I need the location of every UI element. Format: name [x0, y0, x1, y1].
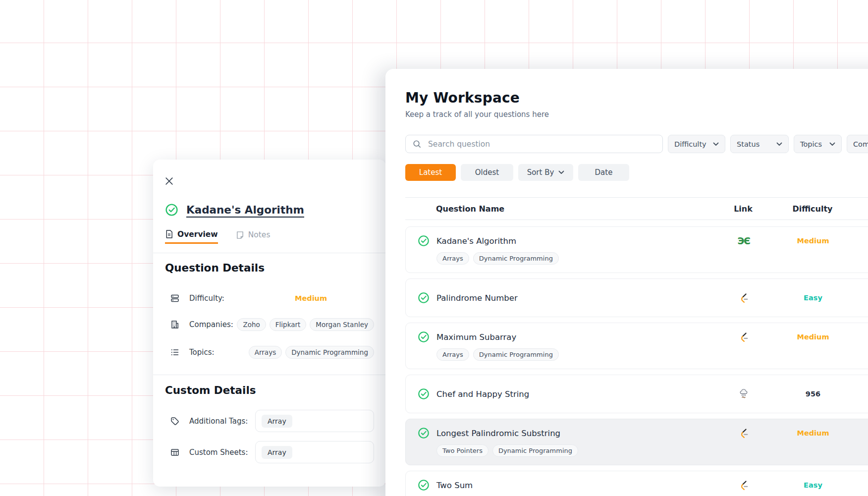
- question-row[interactable]: Maximum SubarrayMediumArraysDynamic Prog…: [405, 323, 868, 369]
- custom-sheets-input[interactable]: Array: [255, 441, 374, 463]
- custom-details-heading: Custom Details: [165, 383, 374, 398]
- leetcode-icon[interactable]: [739, 428, 749, 439]
- topic-chip: Dynamic Programming: [285, 346, 374, 359]
- filter-dropdown-companies[interactable]: Companies: [847, 135, 868, 153]
- filter-label: Status: [737, 140, 760, 148]
- question-detail-modal: Kadane's Algorithm Overview Notes Questi…: [153, 160, 386, 487]
- topic-tag: Two Pointers: [436, 444, 488, 457]
- question-tags: ArraysDynamic Programming: [436, 252, 868, 265]
- additional-tags-input[interactable]: Array: [255, 410, 374, 432]
- workspace-panel: My Workspace Keep a track of all your qu…: [385, 69, 868, 496]
- question-row[interactable]: Kadane's AlgorithmЭЄMediumArraysDynamic …: [405, 226, 868, 273]
- difficulty-value: 956: [806, 390, 820, 398]
- difficulty-value: Easy: [804, 294, 822, 302]
- leetcode-icon[interactable]: [739, 293, 749, 303]
- solved-check-icon: [165, 203, 178, 217]
- question-name: Chef and Happy String: [436, 389, 714, 399]
- filter-dropdown-difficulty[interactable]: Difficulty: [668, 135, 725, 153]
- modal-tabs: Overview Notes: [165, 229, 374, 244]
- topics-label: Topics:: [189, 348, 249, 357]
- question-list: Kadane's AlgorithmЭЄMediumArraysDynamic …: [405, 226, 868, 496]
- company-chip: Zoho: [237, 318, 266, 331]
- note-icon: [236, 230, 244, 240]
- question-name: Maximum Subarray: [436, 332, 714, 342]
- tab-overview[interactable]: Overview: [165, 229, 218, 244]
- difficulty-row: Difficulty: Medium: [165, 293, 374, 303]
- difficulty-value: Medium: [797, 429, 829, 437]
- filter-row: DifficultyStatusTopicsCompanies: [405, 135, 868, 153]
- custom-sheets-row: Custom Sheets: Array: [165, 441, 374, 463]
- filter-label: Companies: [853, 140, 868, 148]
- table-grid-icon: [170, 447, 180, 457]
- question-tags: Two PointersDynamic Programming: [436, 444, 868, 457]
- question-row[interactable]: Chef and Happy String956: [405, 375, 868, 413]
- topics-chips: ArraysDynamic Programming: [249, 346, 374, 359]
- column-header-difficulty: Difficulty: [792, 204, 832, 214]
- search-icon: [412, 139, 422, 149]
- filter-label: Topics: [800, 140, 822, 148]
- page-title: My Workspace: [405, 90, 868, 107]
- question-details-heading: Question Details: [165, 261, 374, 276]
- solved-check-icon: [418, 388, 430, 400]
- chevron-down-icon: [558, 170, 564, 174]
- tab-overview-label: Overview: [177, 230, 218, 239]
- tab-notes[interactable]: Notes: [236, 229, 271, 244]
- companies-chips: ZohoFlipkartMorgan Stanley: [237, 318, 374, 331]
- codechef-icon[interactable]: [739, 388, 749, 399]
- modal-title-row: Kadane's Algorithm: [165, 203, 374, 217]
- sort-row: LatestOldestSort ByDate: [405, 164, 868, 181]
- question-row[interactable]: Palindrome NumberEasy: [405, 278, 868, 317]
- sort-button-latest[interactable]: Latest: [405, 164, 456, 181]
- sort-button-label: Sort By: [527, 168, 554, 177]
- solved-check-icon: [418, 235, 430, 247]
- tab-notes-label: Notes: [248, 230, 271, 239]
- solved-check-icon: [418, 292, 430, 304]
- solved-check-icon: [418, 427, 430, 439]
- additional-tag-chip: Array: [262, 415, 292, 428]
- document-icon: [165, 229, 173, 239]
- topic-tag: Dynamic Programming: [492, 444, 578, 457]
- solved-check-icon: [418, 479, 430, 491]
- sort-button-label: Oldest: [475, 168, 499, 177]
- company-chip: Flipkart: [270, 318, 307, 331]
- filter-dropdown-status[interactable]: Status: [730, 135, 789, 153]
- solved-check-icon: [418, 331, 430, 343]
- topic-tag: Arrays: [436, 252, 469, 265]
- sort-button-oldest[interactable]: Oldest: [461, 164, 513, 181]
- sort-button-sort-by[interactable]: Sort By: [518, 164, 573, 181]
- column-header-question-name: Question Name: [436, 204, 713, 214]
- search-input[interactable]: [427, 139, 656, 149]
- sort-button-label: Latest: [419, 168, 442, 177]
- filter-dropdown-topics[interactable]: Topics: [794, 135, 842, 153]
- list-icon: [170, 347, 180, 357]
- custom-sheets-label: Custom Sheets:: [189, 448, 255, 457]
- question-name: Two Sum: [436, 481, 714, 490]
- question-name: Longest Palindromic Substring: [436, 429, 714, 438]
- difficulty-value: Medium: [797, 237, 829, 245]
- topic-chip: Arrays: [249, 346, 282, 359]
- additional-tags-row: Additional Tags: Array: [165, 410, 374, 432]
- question-tags: ArraysDynamic Programming: [436, 348, 868, 361]
- question-title: Kadane's Algorithm: [186, 204, 304, 216]
- topic-tag: Dynamic Programming: [473, 252, 559, 265]
- geeksforgeeks-icon[interactable]: ЭЄ: [738, 236, 750, 246]
- leetcode-icon[interactable]: [739, 332, 749, 342]
- sort-button-date[interactable]: Date: [578, 164, 629, 181]
- divider: [153, 253, 386, 253]
- question-row[interactable]: Two SumEasyArraysHash Map: [405, 471, 868, 496]
- topic-tag: Arrays: [436, 348, 469, 361]
- close-icon[interactable]: [164, 175, 175, 186]
- companies-row: Companies: ZohoFlipkartMorgan Stanley: [165, 318, 374, 331]
- desktop-background: Kadane's Algorithm Overview Notes Questi…: [0, 0, 868, 496]
- table-header: Question Name Link Difficulty: [405, 197, 868, 220]
- topic-tag: Dynamic Programming: [473, 348, 559, 361]
- tag-icon: [170, 416, 180, 426]
- search-box[interactable]: [405, 135, 663, 153]
- question-row[interactable]: Longest Palindromic SubstringMediumTwo P…: [405, 419, 868, 465]
- additional-tags-label: Additional Tags:: [189, 417, 255, 426]
- leetcode-icon[interactable]: [739, 480, 749, 491]
- stack-icon: [170, 293, 180, 303]
- question-name: Palindrome Number: [436, 293, 714, 303]
- company-chip: Morgan Stanley: [310, 318, 374, 331]
- chevron-down-icon: [709, 142, 719, 146]
